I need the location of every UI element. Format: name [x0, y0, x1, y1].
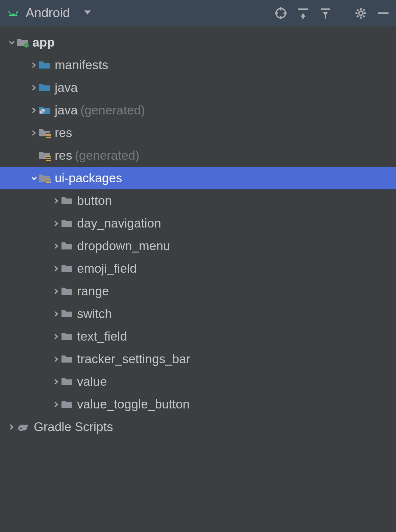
tree-node-value[interactable]: value [0, 370, 396, 393]
settings-button[interactable] [355, 7, 367, 19]
generated-folder-icon [39, 105, 51, 116]
tree-label: range [77, 284, 109, 298]
folder-icon [61, 354, 74, 365]
tree-label: dropdown_menu [77, 239, 170, 253]
chevron-down-icon[interactable] [7, 39, 16, 46]
tree-node-button[interactable]: button [0, 189, 396, 212]
resource-folder-icon [39, 173, 51, 184]
chevron-right-icon[interactable] [30, 107, 39, 113]
tree-label: value [77, 375, 107, 389]
folder-icon [61, 376, 74, 387]
tree-suffix: (generated) [75, 149, 139, 163]
tree-node-day-navigation[interactable]: day_navigation [0, 212, 396, 235]
folder-icon [61, 331, 74, 342]
tree-node-emoji-field[interactable]: emoji_field [0, 257, 396, 280]
tree-label: value_toggle_button [77, 397, 190, 411]
tree-label: java [55, 103, 78, 117]
folder-icon [61, 286, 74, 297]
folder-icon [61, 309, 74, 319]
tree-label: java [55, 81, 78, 95]
resource-folder-icon [39, 128, 51, 138]
tree-label: emoji_field [77, 262, 137, 276]
tree-label: res [55, 126, 72, 140]
tree-node-tracker-settings-bar[interactable]: tracker_settings_bar [0, 348, 396, 370]
chevron-down-icon[interactable] [30, 175, 39, 181]
chevron-right-icon[interactable] [52, 334, 61, 340]
hide-panel-button[interactable] [377, 7, 389, 19]
collapse-all-button[interactable] [319, 7, 331, 19]
chevron-right-icon[interactable] [52, 266, 61, 272]
tree-label: day_navigation [77, 216, 161, 231]
tree-label: ui-packages [55, 171, 122, 185]
tree-node-java-generated[interactable]: java (generated) [0, 99, 396, 122]
tree-label: switch [77, 307, 112, 321]
tree-node-value-toggle-button[interactable]: value_toggle_button [0, 393, 396, 416]
chevron-right-icon[interactable] [30, 130, 39, 136]
chevron-right-icon[interactable] [52, 243, 61, 249]
chevron-right-icon[interactable] [52, 401, 61, 407]
tree-label: manifests [55, 58, 108, 72]
gradle-icon [16, 421, 30, 433]
tree-node-res-generated[interactable]: res (generated) [0, 144, 396, 167]
folder-icon [61, 241, 74, 251]
folder-icon [61, 399, 74, 410]
tree-node-text-field[interactable]: text_field [0, 325, 396, 348]
tree-node-java[interactable]: java [0, 76, 396, 99]
tree-label: tracker_settings_bar [77, 352, 190, 366]
folder-icon [39, 60, 51, 71]
tree-node-range[interactable]: range [0, 280, 396, 302]
tree-node-manifests[interactable]: manifests [0, 54, 396, 76]
tree-label: text_field [77, 329, 127, 344]
resource-folder-icon [39, 150, 51, 161]
tree-node-gradle-scripts[interactable]: Gradle Scripts [0, 416, 396, 438]
chevron-right-icon[interactable] [52, 379, 61, 385]
chevron-right-icon[interactable] [7, 424, 16, 430]
tree-node-switch[interactable]: switch [0, 302, 396, 325]
expand-all-button[interactable] [297, 7, 309, 19]
chevron-right-icon[interactable] [52, 220, 61, 227]
view-title: Android [26, 6, 70, 20]
select-opened-file-button[interactable] [275, 7, 287, 19]
tree-node-ui-packages[interactable]: ui-packages [0, 167, 396, 189]
tree-suffix: (generated) [80, 103, 145, 117]
project-tree: app manifests java java (generated) [0, 26, 396, 438]
view-selector[interactable]: Android [7, 6, 92, 20]
tree-node-res[interactable]: res [0, 122, 396, 144]
tree-label: Gradle Scripts [34, 420, 113, 434]
toolbar-separator [343, 5, 343, 21]
tree-label: button [77, 194, 112, 208]
module-folder-icon [16, 37, 29, 48]
tree-node-app[interactable]: app [0, 31, 396, 54]
android-icon [7, 7, 20, 19]
tree-label: app [32, 35, 55, 50]
folder-icon [61, 195, 74, 206]
folder-icon [39, 82, 51, 93]
chevron-right-icon[interactable] [30, 62, 39, 68]
toolbar: Android [0, 0, 396, 26]
tree-label: res [55, 149, 72, 163]
folder-icon [61, 263, 74, 274]
folder-icon [61, 218, 74, 229]
chevron-right-icon[interactable] [52, 311, 61, 317]
chevron-right-icon[interactable] [30, 85, 39, 91]
chevron-right-icon[interactable] [52, 356, 61, 362]
chevron-right-icon[interactable] [52, 288, 61, 294]
chevron-right-icon[interactable] [52, 198, 61, 204]
dropdown-arrow-icon [83, 8, 92, 19]
tree-node-dropdown-menu[interactable]: dropdown_menu [0, 235, 396, 257]
